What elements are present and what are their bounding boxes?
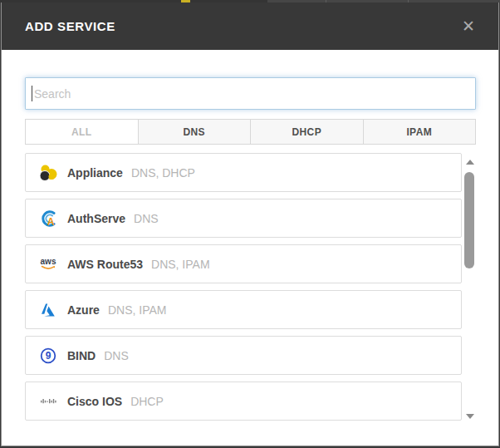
screen: ADD SERVICE ✕ ALL DNS DHCP IPAM	[0, 0, 500, 448]
service-row-azure[interactable]: Azure DNS, IPAM	[25, 290, 462, 329]
service-row-cisco-ios[interactable]: Cisco IOS DHCP	[25, 382, 462, 421]
scrollbar[interactable]	[464, 155, 475, 424]
service-row-bind[interactable]: 9 BIND DNS	[25, 336, 462, 375]
service-name: Appliance	[67, 166, 123, 180]
tab-ipam[interactable]: IPAM	[364, 119, 477, 145]
service-name: Azure	[67, 303, 100, 317]
search-wrap	[25, 77, 476, 110]
service-row-aws-route53[interactable]: aws AWS Route53 DNS, IPAM	[25, 244, 462, 283]
add-service-dialog: ADD SERVICE ✕ ALL DNS DHCP IPAM	[1, 2, 499, 446]
aws-icon: aws	[39, 255, 57, 273]
service-tags: DNS	[104, 349, 129, 362]
service-tags: DNS, IPAM	[108, 303, 167, 317]
authserve-icon: A	[39, 209, 57, 228]
azure-icon	[39, 301, 57, 319]
service-tags: DNS	[134, 212, 159, 225]
svg-text:aws: aws	[41, 257, 56, 266]
tab-dns[interactable]: DNS	[139, 119, 252, 145]
service-row-authserve[interactable]: A AuthServe DNS	[25, 199, 462, 238]
service-tags: DNS, DHCP	[131, 166, 195, 180]
service-list: Appliance DNS, DHCP A AuthServe DNS aws	[25, 153, 476, 428]
svg-text:A: A	[47, 216, 55, 228]
service-name: AuthServe	[67, 212, 125, 225]
dialog-title: ADD SERVICE	[25, 19, 115, 33]
filter-tabs: ALL DNS DHCP IPAM	[25, 119, 476, 145]
scrollbar-thumb[interactable]	[464, 172, 474, 268]
service-tags: DNS, IPAM	[151, 258, 210, 271]
service-name: Cisco IOS	[67, 395, 122, 408]
appliance-icon	[39, 164, 57, 182]
text-caret	[32, 86, 32, 101]
tab-dhcp[interactable]: DHCP	[251, 119, 364, 145]
search-input[interactable]	[25, 77, 476, 110]
scroll-up-icon[interactable]	[466, 160, 474, 165]
service-tags: DHCP	[130, 395, 164, 408]
service-row-appliance[interactable]: Appliance DNS, DHCP	[25, 153, 462, 192]
cisco-icon	[39, 392, 57, 411]
dialog-body: ALL DNS DHCP IPAM Appliance DNS, DHCP	[2, 77, 498, 428]
dialog-header: ADD SERVICE ✕	[2, 2, 498, 50]
svg-text:9: 9	[46, 350, 51, 362]
scroll-down-icon[interactable]	[466, 414, 474, 419]
service-name: BIND	[67, 349, 96, 362]
bind-icon: 9	[39, 347, 57, 365]
service-name: AWS Route53	[67, 258, 143, 271]
tab-all[interactable]: ALL	[25, 119, 139, 145]
close-icon[interactable]: ✕	[458, 15, 478, 37]
